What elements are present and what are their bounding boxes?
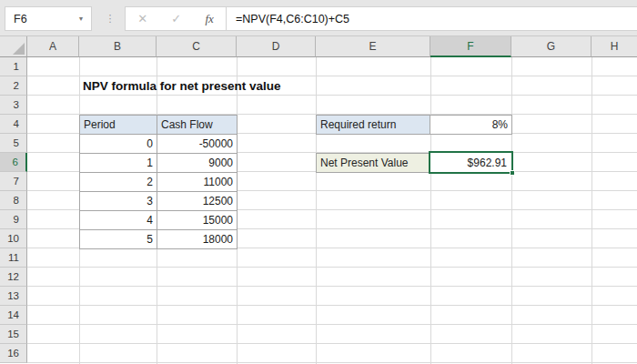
cell-F4-required-return-value[interactable]: 8% <box>430 115 512 135</box>
row-header-5[interactable]: 5 <box>0 134 27 153</box>
cell-C5[interactable]: -50000 <box>157 135 238 154</box>
cell-B10[interactable]: 5 <box>80 230 157 249</box>
cell-E6-npv-label[interactable]: Net Present Value <box>316 153 430 173</box>
formula-buttons: ✕ ✓ fx <box>125 6 227 31</box>
cell-E4-required-return-label[interactable]: Required return <box>316 115 430 135</box>
column-header-g[interactable]: G <box>511 36 592 57</box>
cell-B9[interactable]: 4 <box>80 211 157 230</box>
row-header-9[interactable]: 9 <box>0 210 27 229</box>
fill-handle[interactable] <box>510 170 515 176</box>
cell-B6[interactable]: 1 <box>80 154 157 173</box>
cell-C10[interactable]: 18000 <box>157 230 238 249</box>
column-header-a[interactable]: A <box>27 36 79 57</box>
formula-text: =NPV(F4,C6:C10)+C5 <box>227 13 349 25</box>
cell-B8[interactable]: 3 <box>80 192 157 211</box>
formula-bar-resize-dots-icon: ⋮ <box>104 6 116 31</box>
cancel-icon[interactable]: ✕ <box>137 12 147 25</box>
row-header-15[interactable]: 15 <box>0 325 27 344</box>
row-header-8[interactable]: 8 <box>0 191 27 210</box>
select-all-button[interactable] <box>0 36 27 57</box>
cell-C8[interactable]: 12500 <box>157 192 238 211</box>
name-box-value: F6 <box>5 13 71 25</box>
spreadsheet-grid: A B C D E F G H 1 2 3 4 5 6 7 8 9 10 11 … <box>0 36 637 364</box>
cell-B5[interactable]: 0 <box>80 135 157 154</box>
cell-C6[interactable]: 9000 <box>157 154 238 173</box>
enter-icon[interactable]: ✓ <box>171 12 181 25</box>
cashflow-table: Period Cash Flow 0 -50000 1 9000 2 11000… <box>79 115 238 249</box>
gridline <box>592 57 592 364</box>
cell-C9[interactable]: 15000 <box>157 211 238 230</box>
row-header-10[interactable]: 10 <box>0 229 27 248</box>
column-header-d[interactable]: D <box>237 36 316 57</box>
column-header-b[interactable]: B <box>79 36 157 57</box>
gridline <box>430 57 431 364</box>
insert-function-icon[interactable]: fx <box>205 12 213 26</box>
row-header-13[interactable]: 13 <box>0 287 27 306</box>
cell-C7[interactable]: 11000 <box>157 173 238 192</box>
column-header-e[interactable]: E <box>316 36 430 57</box>
row-header-7[interactable]: 7 <box>0 172 27 191</box>
npv-value-text: $962.91 <box>468 157 507 169</box>
row-header-strip: 1 2 3 4 5 6 7 8 9 10 11 12 13 14 15 16 <box>0 57 27 363</box>
row-header-16[interactable]: 16 <box>0 344 27 363</box>
gridline <box>316 57 317 364</box>
name-box[interactable]: F6 ▼ <box>5 6 92 31</box>
row-header-1[interactable]: 1 <box>0 57 27 76</box>
column-header-c[interactable]: C <box>157 36 237 57</box>
row-header-12[interactable]: 12 <box>0 268 27 287</box>
row-header-4[interactable]: 4 <box>0 115 27 134</box>
column-header-h[interactable]: H <box>592 36 637 57</box>
cell-B4-period-header[interactable]: Period <box>80 116 157 135</box>
cell-F6-npv-value-selected[interactable]: $962.91 <box>429 151 513 174</box>
formula-bar-area: F6 ▼ ⋮ ✕ ✓ fx =NPV(F4,C6:C10)+C5 <box>0 0 637 36</box>
row-header-6-selected[interactable]: 6 <box>0 153 27 172</box>
gridline <box>511 57 512 364</box>
select-all-triangle-icon <box>13 43 25 55</box>
row-header-11[interactable]: 11 <box>0 248 27 268</box>
sheet-title-cell[interactable]: NPV formula for net present value <box>79 76 334 96</box>
cell-B7[interactable]: 2 <box>80 173 157 192</box>
cell-C4-cashflow-header[interactable]: Cash Flow <box>157 116 238 135</box>
formula-input[interactable]: =NPV(F4,C6:C10)+C5 <box>227 6 637 31</box>
chevron-down-icon[interactable]: ▼ <box>71 15 91 22</box>
row-header-14[interactable]: 14 <box>0 306 27 325</box>
row-header-2[interactable]: 2 <box>0 76 27 96</box>
column-header-f-selected[interactable]: F <box>430 36 511 57</box>
row-header-3[interactable]: 3 <box>0 96 27 115</box>
